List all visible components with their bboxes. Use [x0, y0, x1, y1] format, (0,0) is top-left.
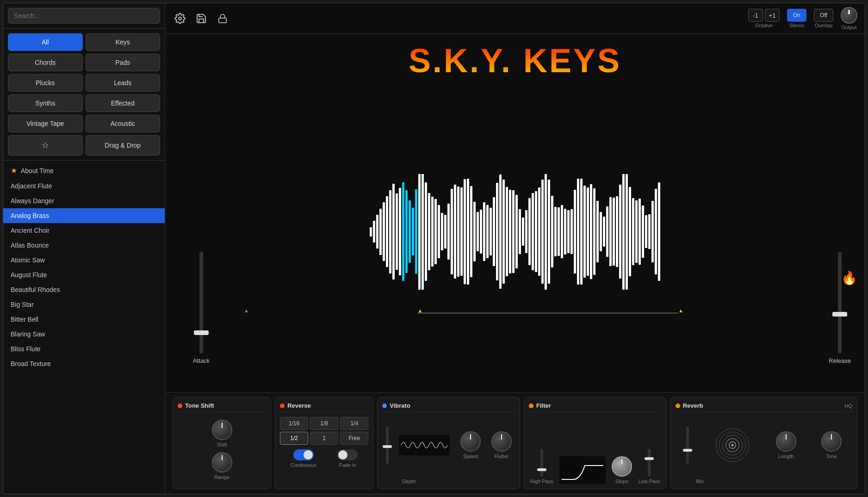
- list-item[interactable]: August Flute: [3, 267, 165, 282]
- low-pass-thumb[interactable]: [645, 457, 654, 460]
- cat-btn-vintage-tape[interactable]: Vintage Tape: [8, 115, 83, 132]
- tone-shift-controls: Shift Range: [178, 415, 266, 484]
- flutter-knob[interactable]: [491, 431, 512, 452]
- list-item[interactable]: Adjacent Flute: [3, 179, 165, 193]
- vibrato-waveform-svg: [399, 435, 450, 455]
- preset-name: Bliss Flute: [11, 345, 41, 353]
- list-item[interactable]: Always Danger: [3, 193, 165, 208]
- slope-knob[interactable]: [612, 456, 632, 477]
- vibrato-controls: Speed Flutter: [382, 415, 515, 475]
- list-item[interactable]: Ancient Choir: [3, 223, 165, 238]
- reverb-mix-track[interactable]: [686, 427, 689, 464]
- lock-icon[interactable]: [215, 11, 230, 26]
- filter-panel: Filter High Pass: [524, 397, 667, 489]
- settings-icon[interactable]: [173, 11, 187, 26]
- cat-btn-keys[interactable]: Keys: [86, 33, 161, 51]
- octave-plus-button[interactable]: +1: [765, 9, 780, 22]
- continuous-label: Continuous: [291, 462, 316, 468]
- preset-list: ★ About Time Adjacent Flute Always Dange…: [3, 161, 165, 494]
- cat-btn-acoustic[interactable]: Acoustic: [86, 115, 161, 132]
- waveform-bar: [590, 184, 592, 279]
- attack-slider-track[interactable]: [199, 252, 203, 354]
- continuous-toggle[interactable]: [293, 449, 314, 460]
- list-item[interactable]: Bitter Bell: [3, 312, 165, 327]
- play-marker-loop-end[interactable]: ▲: [678, 308, 683, 313]
- waveform-bar: [522, 217, 524, 246]
- list-item[interactable]: Blaring Saw: [3, 327, 165, 342]
- cat-btn-all[interactable]: All: [8, 33, 83, 51]
- high-pass-label: High Pass: [530, 478, 553, 484]
- list-item[interactable]: Atlas Bounce: [3, 238, 165, 253]
- cat-btn-pads[interactable]: Pads: [86, 54, 161, 71]
- release-slider-thumb[interactable]: [832, 312, 847, 317]
- low-pass-track[interactable]: [648, 449, 651, 477]
- rev-btn-1-4[interactable]: 1/4: [340, 417, 368, 430]
- shift-knob[interactable]: [212, 420, 232, 440]
- reverb-mix-slider: [686, 427, 689, 464]
- preset-name: Bitter Bell: [11, 316, 38, 323]
- rev-btn-1[interactable]: 1: [310, 432, 338, 445]
- stereo-label: Stereo: [789, 23, 804, 28]
- rev-btn-free[interactable]: Free: [340, 432, 368, 445]
- stereo-on-button[interactable]: On: [787, 9, 806, 22]
- waveform-bar: [441, 213, 443, 251]
- filter-header: Filter: [529, 402, 662, 412]
- speed-knob[interactable]: [460, 431, 481, 452]
- cat-btn-drag-drop[interactable]: Drag & Drop: [86, 135, 161, 155]
- list-item[interactable]: Atomic Saw: [3, 253, 165, 267]
- reverb-controls: Length Tone: [676, 415, 852, 475]
- waveform-bar: [451, 189, 453, 274]
- range-knob-ctrl: Range: [212, 452, 232, 480]
- rev-btn-1-8[interactable]: 1/8: [310, 417, 338, 430]
- reverb-panel: Reverb HQ: [670, 397, 857, 489]
- waveform-bar: [587, 187, 589, 275]
- tone-shift-panel: Tone Shift Shift Range: [173, 397, 271, 489]
- toolbar-right: -1 +1 Octatve On Stereo Off Overlap Outp…: [748, 7, 857, 30]
- preset-name: Atlas Bounce: [11, 242, 49, 249]
- range-knob[interactable]: [212, 452, 232, 472]
- waveform-bar: [412, 208, 414, 255]
- fade-in-toggle[interactable]: [337, 449, 358, 460]
- attack-slider-thumb[interactable]: [194, 330, 209, 335]
- waveform-bar: [515, 195, 518, 269]
- reverb-mix-thumb[interactable]: [683, 449, 692, 452]
- waveform-bar: [583, 186, 586, 278]
- list-item[interactable]: Bliss Flute: [3, 342, 165, 356]
- save-icon[interactable]: [194, 11, 209, 26]
- overlap-label: Overlap: [815, 23, 833, 28]
- release-slider-track[interactable]: [838, 252, 842, 354]
- list-item-active[interactable]: Analog Brass: [3, 208, 165, 223]
- rev-btn-1-2[interactable]: 1/2: [280, 432, 308, 445]
- tone-knob[interactable]: [821, 431, 842, 452]
- cat-btn-synths[interactable]: Synths: [8, 94, 83, 112]
- list-item[interactable]: ★ About Time: [3, 162, 165, 179]
- waveform-bar: [409, 200, 411, 263]
- vibrato-depth-thumb[interactable]: [383, 445, 392, 448]
- octave-minus-button[interactable]: -1: [748, 9, 763, 22]
- waveform-bar: [473, 202, 476, 261]
- output-knob[interactable]: [841, 7, 857, 24]
- vibrato-depth-track[interactable]: [386, 427, 389, 464]
- rev-btn-1-16[interactable]: 1/16: [280, 417, 308, 430]
- cat-btn-favorites[interactable]: ☆: [8, 135, 83, 155]
- cat-btn-plucks[interactable]: Plucks: [8, 74, 83, 92]
- high-pass-thumb[interactable]: [537, 468, 546, 471]
- waveform-bar: [645, 215, 647, 248]
- overlap-off-button[interactable]: Off: [814, 9, 833, 22]
- reverse-grid: 1/16 1/8 1/4 1/2 1 Free: [280, 417, 368, 445]
- high-pass-track[interactable]: [540, 449, 543, 477]
- waveform-bar: [554, 207, 557, 256]
- list-item[interactable]: Broad Texture: [3, 356, 165, 371]
- length-knob[interactable]: [776, 431, 796, 452]
- cat-btn-effected[interactable]: Effected: [86, 94, 161, 112]
- waveform-bar: [509, 190, 511, 273]
- cat-btn-leads[interactable]: Leads: [86, 74, 161, 92]
- waveform-bar: [422, 174, 424, 290]
- length-label: Length: [778, 454, 794, 459]
- list-item[interactable]: Beautiful Rhodes: [3, 282, 165, 297]
- search-input[interactable]: [8, 8, 160, 24]
- tone-shift-title: Tone Shift: [185, 402, 214, 409]
- list-item[interactable]: Big Star: [3, 297, 165, 312]
- waveform-bar: [399, 188, 401, 276]
- cat-btn-chords[interactable]: Chords: [8, 54, 83, 71]
